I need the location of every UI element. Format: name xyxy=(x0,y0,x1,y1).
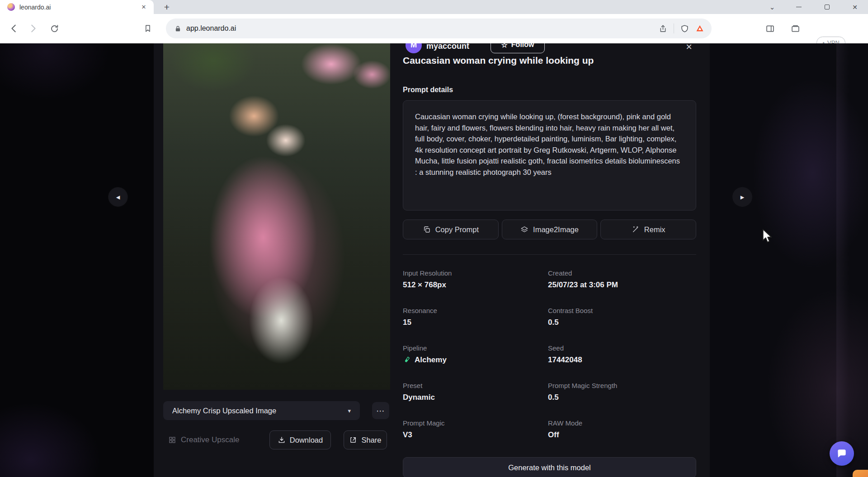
meta-value: 15 xyxy=(403,318,548,327)
sidebar-panel-icon xyxy=(765,24,775,33)
meta-label: Prompt Magic xyxy=(403,419,548,427)
address-bar[interactable]: app.leonardo.ai xyxy=(166,19,712,38)
upscale-grid-icon xyxy=(168,436,176,444)
layers-icon xyxy=(520,225,528,234)
more-dots-icon: ⋯ xyxy=(376,406,385,416)
image-title: Caucasian woman crying while looking up xyxy=(403,55,696,66)
meta-contrast-boost: Contrast Boost 0.5 xyxy=(548,307,696,344)
download-label: Download xyxy=(290,436,323,444)
meta-value: Dynamic xyxy=(403,393,548,402)
generated-image[interactable] xyxy=(163,43,390,390)
remix-button[interactable]: Remix xyxy=(600,220,696,239)
meta-label: Resonance xyxy=(403,307,548,314)
share-icon xyxy=(349,436,357,444)
browser-toolbar: app.leonardo.ai ● VPN xyxy=(0,14,868,43)
corner-widget-button[interactable] xyxy=(853,470,868,477)
meta-label: Pipeline xyxy=(403,344,548,352)
image-variant-label: Alchemy Crisp Upscaled Image xyxy=(172,407,276,415)
tab-close-icon[interactable]: ✕ xyxy=(139,3,148,12)
more-options-button[interactable]: ⋯ xyxy=(372,402,389,419)
prompt-text-box: Caucasian woman crying while looking up,… xyxy=(403,100,696,210)
meta-value: Alchemy xyxy=(415,355,447,365)
window-close-button[interactable]: ✕ xyxy=(844,0,865,14)
lock-icon xyxy=(174,25,182,33)
meta-resonance: Resonance 15 xyxy=(403,307,548,344)
window-maximize-button[interactable] xyxy=(816,0,837,14)
toolbar-separator xyxy=(674,23,674,33)
remix-label: Remix xyxy=(644,225,665,234)
new-tab-button[interactable]: + xyxy=(161,1,173,13)
url-text: app.leonardo.ai xyxy=(186,24,236,33)
cards-panel-icon xyxy=(791,24,800,33)
image-variant-dropdown[interactable]: Alchemy Crisp Upscaled Image ▾ xyxy=(163,401,360,420)
minimize-icon xyxy=(796,7,802,7)
copy-prompt-button[interactable]: Copy Prompt xyxy=(403,220,499,239)
tab-title: leonardo.ai xyxy=(19,4,139,11)
copy-icon xyxy=(423,225,431,234)
meta-input-resolution: Input Resolution 512 × 768px xyxy=(403,269,548,307)
meta-value: 0.5 xyxy=(548,318,696,327)
carousel-prev-icon: ◂ xyxy=(116,192,120,202)
share-page-icon[interactable] xyxy=(659,24,667,33)
test-tube-icon xyxy=(403,356,411,364)
browser-tab[interactable]: leonardo.ai ✕ xyxy=(0,0,154,14)
avatar-initial: M xyxy=(410,43,417,50)
copy-prompt-label: Copy Prompt xyxy=(435,225,479,234)
meta-label: Preset xyxy=(403,382,548,389)
brave-rewards-icon[interactable] xyxy=(695,24,704,33)
back-button[interactable] xyxy=(6,21,22,36)
sidebar-toggle-button[interactable] xyxy=(762,21,778,36)
reading-list-button[interactable] xyxy=(788,21,803,36)
metadata-grid: Input Resolution 512 × 768px Created 25/… xyxy=(403,269,696,457)
previous-image-button[interactable]: ◂ xyxy=(108,187,127,206)
dimmed-background-left xyxy=(0,43,154,477)
brave-shields-icon[interactable] xyxy=(680,24,689,33)
tab-search-icon[interactable]: ⌄ xyxy=(765,0,779,14)
section-divider xyxy=(403,254,696,255)
image-actions-row: Creative Upscale Download Share xyxy=(163,430,390,449)
browser-window: leonardo.ai ✕ + ⌄ ✕ app.leonardo.ai xyxy=(0,0,868,477)
meta-value: 17442048 xyxy=(548,355,696,365)
star-icon: ☆ xyxy=(501,43,508,49)
bookmarks-button[interactable] xyxy=(140,21,156,36)
username[interactable]: myaccount xyxy=(426,43,469,51)
follow-button[interactable]: ☆ Follow xyxy=(491,43,545,53)
modal-close-button[interactable]: ✕ xyxy=(682,43,696,54)
back-arrow-icon xyxy=(9,23,19,33)
browser-tab-bar: leonardo.ai ✕ + ⌄ ✕ xyxy=(0,0,868,14)
creative-upscale-button[interactable]: Creative Upscale xyxy=(168,430,239,449)
download-button[interactable]: Download xyxy=(269,430,331,449)
forward-button[interactable] xyxy=(25,21,41,36)
forward-arrow-icon xyxy=(28,23,38,33)
follow-label: Follow xyxy=(511,43,534,49)
remix-wand-icon xyxy=(632,225,640,234)
meta-label: Contrast Boost xyxy=(548,307,696,314)
window-minimize-button[interactable] xyxy=(788,0,809,14)
meta-preset: Preset Dynamic xyxy=(403,382,548,419)
site-favicon-icon xyxy=(7,3,15,11)
meta-raw-mode: RAW Mode Off xyxy=(548,419,696,457)
next-image-button[interactable]: ▸ xyxy=(733,187,752,206)
meta-seed: Seed 17442048 xyxy=(548,344,696,382)
meta-label: RAW Mode xyxy=(548,419,696,427)
reload-icon xyxy=(50,24,59,33)
meta-prompt-magic-strength: Prompt Magic Strength 0.5 xyxy=(548,382,696,419)
image2image-button[interactable]: Image2Image xyxy=(502,220,598,239)
share-button[interactable]: Share xyxy=(344,430,387,449)
reload-button[interactable] xyxy=(47,21,62,36)
meta-label: Prompt Magic Strength xyxy=(548,382,696,389)
download-icon xyxy=(278,436,286,444)
meta-label: Seed xyxy=(548,344,696,352)
address-bar-actions xyxy=(659,19,704,38)
dimmed-background-right xyxy=(710,43,868,477)
maximize-icon xyxy=(825,5,830,9)
chat-bubble-icon xyxy=(836,448,848,459)
bookmark-icon xyxy=(143,24,152,33)
prompt-actions-row: Copy Prompt Image2Image Remix xyxy=(403,220,696,239)
meta-value: 0.5 xyxy=(548,393,696,402)
generate-with-model-button[interactable]: Generate with this model xyxy=(403,457,696,477)
meta-value: V3 xyxy=(403,430,548,440)
image2image-label: Image2Image xyxy=(533,225,579,234)
meta-label: Input Resolution xyxy=(403,269,548,277)
support-chat-button[interactable] xyxy=(830,441,854,466)
